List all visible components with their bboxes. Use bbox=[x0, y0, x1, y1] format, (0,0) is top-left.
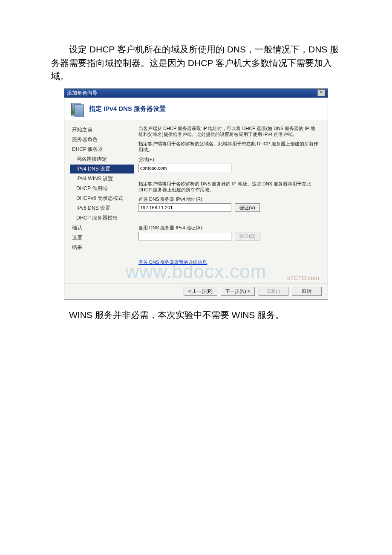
sidebar-item-6[interactable]: DHCP 作用域 bbox=[70, 184, 134, 193]
intro-para-1: 设定 DHCP 客户机所在的域及所使用的 DNS，一般情况下，DNS 服务器需要… bbox=[51, 43, 341, 83]
close-icon[interactable]: × bbox=[317, 90, 325, 96]
sidebar-item-8[interactable]: IPv6 DNS 设置 bbox=[70, 204, 134, 213]
sidebar-item-5[interactable]: IPv4 WINS 设置 bbox=[70, 174, 134, 183]
sidebar-item-9[interactable]: DHCP 服务器授权 bbox=[70, 214, 134, 223]
wizard-sidebar: 开始之前服务器角色DHCP 服务器网络连接绑定IPv4 DNS 设置IPv4 W… bbox=[64, 121, 134, 283]
wizard-icon: + bbox=[70, 102, 85, 116]
install-button: 安装(I) bbox=[259, 287, 288, 296]
wizard-content: 当客户端从 DHCP 服务器获取 IP 地址时，可以将 DHCP 选项(如 DN… bbox=[134, 121, 328, 283]
titlebar-text: 添加角色向导 bbox=[67, 90, 98, 97]
sidebar-item-10[interactable]: 确认 bbox=[70, 223, 134, 232]
sidebar-item-11[interactable]: 进度 bbox=[70, 233, 134, 242]
sidebar-item-7[interactable]: DHCPv6 无状态模式 bbox=[70, 194, 134, 203]
alternate-dns-label: 备用 DNS 服务器 IPv4 地址(A): bbox=[138, 225, 319, 231]
dialog-header: + 指定 IPv4 DNS 服务器设置 bbox=[64, 98, 328, 121]
titlebar: 添加角色向导 × bbox=[64, 89, 328, 98]
cancel-button[interactable]: 取消 bbox=[292, 287, 322, 296]
verify-button-2[interactable]: 验证(O) bbox=[235, 232, 260, 240]
sidebar-item-2[interactable]: DHCP 服务器 bbox=[70, 145, 134, 154]
preferred-dns-input[interactable] bbox=[138, 203, 231, 212]
sidebar-item-1[interactable]: 服务器角色 bbox=[70, 135, 134, 144]
desc-3: 指定客户端将用于名称解析的 DNS 服务器的 IP 地址。这些 DNS 服务器将… bbox=[138, 181, 319, 193]
sidebar-item-12[interactable]: 结果 bbox=[70, 243, 134, 252]
parent-domain-label: 父域(E): bbox=[138, 156, 319, 163]
dialog-title: 指定 IPv4 DNS 服务器设置 bbox=[89, 105, 166, 113]
prev-button[interactable]: < 上一步(P) bbox=[184, 287, 217, 296]
preferred-dns-label: 首选 DNS 服务器 IPv4 地址(R): bbox=[138, 196, 319, 202]
sidebar-item-3[interactable]: 网络连接绑定 bbox=[70, 155, 134, 164]
intro-para-2: WINS 服务并非必需，本次实验中不需要 WINS 服务。 bbox=[51, 308, 341, 322]
desc-1: 当客户端从 DHCP 服务器获取 IP 地址时，可以将 DHCP 选项(如 DN… bbox=[138, 125, 319, 138]
next-button[interactable]: 下一步(N) > bbox=[221, 287, 255, 296]
desc-2: 指定客户端将用于名称解析的父域名。此域将用于您在此 DHCP 服务器上创建的所有… bbox=[138, 141, 319, 153]
wizard-dialog: 添加角色向导 × + 指定 IPv4 DNS 服务器设置 开始之前服务器角色DH… bbox=[64, 88, 328, 300]
wizard-footer: < 上一步(P) 下一步(N) > 安装(I) 取消 bbox=[64, 283, 328, 299]
more-info-link[interactable]: 有关 DNS 服务器设置的详细信息 bbox=[138, 259, 207, 266]
sidebar-item-0[interactable]: 开始之前 bbox=[70, 125, 134, 134]
verify-button-1[interactable]: 验证(V) bbox=[235, 203, 260, 212]
parent-domain-input[interactable] bbox=[138, 164, 231, 172]
sidebar-item-4[interactable]: IPv4 DNS 设置 bbox=[70, 165, 134, 173]
alternate-dns-input[interactable] bbox=[138, 232, 231, 240]
